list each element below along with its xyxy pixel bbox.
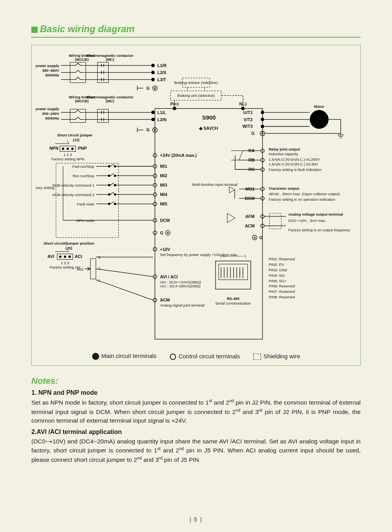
svg-text:8 ⟵———— 1: 8 ⟵———— 1 bbox=[220, 254, 246, 258]
svg-point-96 bbox=[108, 174, 111, 177]
svg-line-76 bbox=[67, 140, 69, 143]
product-label: S900 bbox=[202, 114, 216, 121]
svg-point-81 bbox=[71, 147, 74, 150]
brand-logo: ◆ SAVCH bbox=[199, 126, 218, 131]
svg-text:5kΩ: 5kΩ bbox=[77, 267, 83, 271]
svg-rect-180 bbox=[270, 213, 281, 229]
svg-text:ACI: ACI bbox=[75, 254, 82, 259]
note1-body: Set as NPN mode in factory, short circui… bbox=[31, 398, 361, 425]
svg-text:DC0~+10V , 3mA max.: DC0~+10V , 3mA max. bbox=[288, 218, 326, 223]
svg-point-91 bbox=[114, 165, 116, 167]
svg-text:Multi-function input terminal: Multi-function input terminal bbox=[192, 182, 238, 187]
svg-text:AVI / ACI: AVI / ACI bbox=[160, 274, 178, 279]
svg-text:1.5A(N.O.)/0.5A(N.C.) AC250V: 1.5A(N.O.)/0.5A(N.C.) AC250V bbox=[269, 157, 320, 162]
mi-inputs: Fwd run/StopMI1 Rev run/StopMI2 Multi-ve… bbox=[53, 164, 168, 206]
svg-text:PIN1: Reserved: PIN1: Reserved bbox=[269, 257, 295, 261]
svg-text:L2/N: L2/N bbox=[157, 117, 167, 122]
svg-rect-42 bbox=[70, 109, 86, 123]
svg-rect-43 bbox=[98, 109, 109, 123]
svg-rect-140 bbox=[91, 259, 96, 279]
svg-text:48Vdc , 50mA max. (Open collec: 48Vdc , 50mA max. (Open collector output… bbox=[269, 192, 340, 196]
title-rule bbox=[31, 37, 361, 38]
svg-text:Serial communication: Serial communication bbox=[216, 301, 251, 305]
svg-text:MI3: MI3 bbox=[160, 183, 167, 187]
svg-text:(J2): (J2) bbox=[73, 138, 80, 142]
svg-text:Analog signal joint terminal: Analog signal joint terminal bbox=[160, 303, 204, 307]
svg-text:Relay joint output: Relay joint output bbox=[269, 147, 301, 151]
legend-main: Main circuit terminals bbox=[92, 352, 157, 360]
svg-text:Factory setting is on operatio: Factory setting is on operation indicati… bbox=[269, 197, 335, 202]
svg-text:G: G bbox=[260, 235, 263, 240]
svg-text:(MC): (MC) bbox=[106, 99, 114, 103]
svg-text:Factory setting is fault indic: Factory setting is fault indication bbox=[269, 167, 322, 172]
svg-text:AVI: AVI bbox=[47, 254, 54, 259]
svg-text:MI2: MI2 bbox=[160, 173, 167, 178]
svg-text:Factory setting: Factory setting bbox=[36, 185, 54, 190]
svg-text:Fwd run/Stop: Fwd run/Stop bbox=[72, 164, 94, 169]
svg-text:MI5: MI5 bbox=[160, 202, 167, 206]
svg-text:Analog voltage output terminal: Analog voltage output terminal bbox=[288, 212, 343, 216]
legend-shield: Shielding wire bbox=[253, 353, 300, 360]
note2-title: 2.AVI /ACI terminal application bbox=[31, 429, 361, 436]
svg-point-103 bbox=[108, 184, 111, 186]
svg-point-135 bbox=[64, 256, 66, 258]
svg-text:(MCCB): (MCCB) bbox=[75, 99, 89, 103]
svg-text:MI4: MI4 bbox=[160, 192, 167, 197]
svg-text:L1/R: L1/R bbox=[157, 63, 167, 68]
svg-text:(MC): (MC) bbox=[106, 57, 114, 62]
svg-text:PIN2: EV: PIN2: EV bbox=[269, 262, 285, 267]
svg-text:U/T1: U/T1 bbox=[243, 110, 253, 115]
svg-text:3~: 3~ bbox=[317, 121, 321, 125]
svg-text:Motor: Motor bbox=[314, 104, 325, 109]
svg-text:Short circuit jumper: Short circuit jumper bbox=[57, 133, 93, 137]
svg-text:ACI：DC4~20mA(250Ω): ACI：DC4~20mA(250Ω) bbox=[160, 284, 200, 289]
svg-line-147 bbox=[96, 269, 153, 277]
svg-text:PIN7: Reserved: PIN7: Reserved bbox=[269, 289, 295, 294]
svg-text:(J5): (J5) bbox=[65, 246, 72, 250]
notes-heading: Notes: bbox=[31, 376, 361, 386]
svg-text:Braking unit (selective): Braking unit (selective) bbox=[177, 93, 215, 98]
svg-text:V/T2: V/T2 bbox=[243, 117, 252, 122]
svg-text:+10V: +10V bbox=[160, 247, 171, 252]
svg-text:ACM: ACM bbox=[160, 298, 170, 302]
svg-text:380~460V: 380~460V bbox=[42, 68, 59, 73]
wiring-diagram: text{font-family:Arial;font-size:11px;fi… bbox=[31, 45, 361, 366]
svg-text:G: G bbox=[251, 131, 255, 136]
wiring-svg: text{font-family:Arial;font-size:11px;fi… bbox=[36, 50, 356, 347]
svg-text:Short circuit/jumper position: Short circuit/jumper position bbox=[44, 241, 94, 245]
svg-text:1 2 3: 1 2 3 bbox=[64, 153, 72, 157]
page-number: | 5 | bbox=[0, 516, 392, 523]
svg-text:1 2 3: 1 2 3 bbox=[61, 261, 69, 265]
svg-text:Rev run/Stop: Rev run/Stop bbox=[73, 174, 94, 178]
svg-text:IM: IM bbox=[317, 116, 321, 120]
svg-text:Transistor output: Transistor output bbox=[269, 186, 300, 191]
svg-text:Factory setting AVI: Factory setting AVI bbox=[49, 265, 80, 269]
svg-text:PIN3: GND: PIN3: GND bbox=[269, 268, 288, 272]
svg-text:L2/S: L2/S bbox=[157, 70, 166, 75]
svg-text:AVI：DC0~+10V(100kΩ): AVI：DC0~+10V(100kΩ) bbox=[160, 280, 201, 284]
svg-text:(MCCB): (MCCB) bbox=[75, 57, 89, 62]
svg-line-111 bbox=[111, 192, 114, 194]
svg-text:50/60Hz: 50/60Hz bbox=[45, 116, 60, 120]
svg-text:Single-phase AC power supply: Single-phase AC power supply bbox=[36, 107, 60, 111]
legend-control: Control circuit terminals bbox=[170, 353, 240, 360]
svg-point-79 bbox=[62, 147, 64, 150]
svg-text:PIN6: Reserved: PIN6: Reserved bbox=[269, 284, 295, 289]
svg-text:PIN5: SG+: PIN5: SG+ bbox=[269, 279, 287, 283]
svg-text:Factory setting NPN: Factory setting NPN bbox=[51, 157, 84, 161]
svg-text:200~240V: 200~240V bbox=[42, 111, 59, 116]
svg-text:AFM: AFM bbox=[245, 214, 255, 219]
svg-text:PIN8: Reserved: PIN8: Reserved bbox=[269, 295, 295, 299]
note1-title: 1. NPN and PNP mode bbox=[31, 389, 361, 396]
section-title: Basic wiring diagram bbox=[31, 24, 361, 34]
legend: Main circuit terminals Control circuit t… bbox=[36, 352, 356, 360]
svg-text:G: G bbox=[146, 127, 150, 132]
svg-point-89 bbox=[108, 165, 111, 167]
svg-text:NPN: NPN bbox=[49, 146, 58, 151]
svg-point-112 bbox=[114, 193, 116, 196]
svg-point-110 bbox=[108, 193, 111, 196]
svg-text:W/T3: W/T3 bbox=[242, 124, 252, 129]
svg-rect-187 bbox=[219, 264, 248, 280]
svg-text:MI1: MI1 bbox=[160, 164, 167, 169]
svg-text:Fault reset: Fault reset bbox=[77, 202, 94, 206]
